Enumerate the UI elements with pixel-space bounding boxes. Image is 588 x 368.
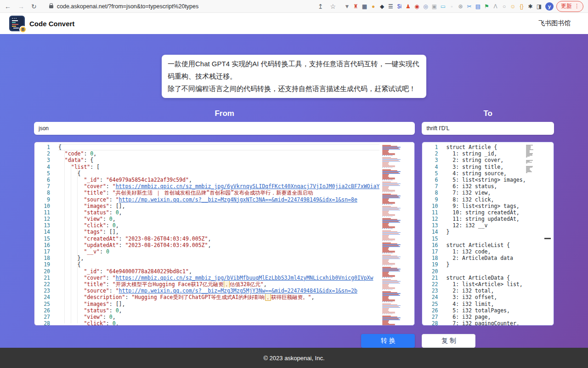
v-logo-extension-icon[interactable]: ▼ [343,4,351,9]
code-line: 18 2: ArticleData data [422,255,554,261]
code-line: 25 "images": [], [34,301,414,307]
search-extension-icon[interactable]: ◎ [421,4,430,9]
code-line: 14} [422,229,554,235]
share-icon[interactable]: ↥ [318,3,323,10]
braces-extension-icon[interactable]: {} [517,4,526,9]
code-line: 27 "view": 0, [34,314,414,320]
code-line: 19} [422,261,554,268]
code-line: 21struct ArticleData { [422,275,554,281]
to-column: To 1struct Article {2 1: string _id,3 2:… [422,98,554,348]
description-card: 一款使用Chat GPT4 实现的AI 代码转换工具，支持任意语言代码互转，一键… [162,55,426,98]
code-line: 10 9: list<string> tags, [422,203,554,209]
reload-icon[interactable]: ↻ [31,3,37,10]
code-line: 23 2: i32 total, [422,288,554,294]
from-language-input[interactable] [34,122,415,135]
code-line: 10 "images": [], [34,203,414,209]
code-line: 20 [422,268,554,275]
red-tower-extension-icon[interactable]: ♜ [351,4,360,9]
from-column: From 1{2 "code": 0,3 "data": {4 "list": … [34,98,415,348]
code-line: 11 "status": 0, [34,209,414,216]
code-line: 17 "__v": 0 [34,248,414,255]
gear-extension-icon[interactable]: ⊛ [456,4,465,9]
nav-link-feishu-library[interactable]: 飞书图书馆 [538,19,571,28]
recorder-extension-icon[interactable]: ◉ [413,4,421,9]
smiley-extension-icon[interactable]: ☺ [509,4,517,9]
source-editor-minimap[interactable] [379,142,414,325]
convert-button[interactable]: 转 换 [361,334,415,348]
inactive-extension-icon[interactable]: ▫ [447,4,456,9]
converter-columns: From 1{2 "code": 0,3 "data": {4 "list": … [34,98,554,348]
code-line: 17 1: i32 code, [422,248,554,255]
result-code-editor[interactable]: 1struct Article {2 1: string _id,3 2: st… [422,142,554,326]
update-button[interactable]: 更新 ⋮ [556,1,583,12]
to-language-input[interactable] [422,122,554,135]
shield-extension-icon[interactable]: ◆ [378,4,386,9]
forward-icon[interactable]: → [18,3,24,10]
site-header: B Code Convert 飞书图书馆 [0,13,588,34]
code-line: 9 8: i32 click, [422,196,554,203]
copy-button[interactable]: 复 制 [422,334,475,348]
scissors-extension-icon[interactable]: ✂ [465,4,474,9]
result-editor-minimap[interactable] [526,145,543,176]
back-icon[interactable]: ← [5,3,11,10]
source-code-editor[interactable]: 1{2 "code": 0,3 "data": {4 "list": [5 {6… [34,142,415,326]
extension-icons: ▼♜▦●◆☰$i♟◉◎▣▭▫⊛✂▤⚑Λ○☺{}✱◨ [343,4,543,9]
update-button-label: 更新 [561,2,572,10]
overview-ruler-cursor [544,238,551,239]
site-footer: © 2023 askopenai, Inc. [0,348,588,368]
browser-toolbar: ← → ↻ code.askopenai.net/?from=json&to=t… [0,0,588,13]
code-line: 15 [422,236,554,242]
code-line: 4 "list": [ [34,164,414,170]
code-line: 20 "_id": "64e94000778a2840229bd8c1", [34,268,414,275]
description-line1: 一款使用Chat GPT4 实现的AI 代码转换工具，支持任意语言代码互转，一键… [168,58,420,82]
code-line: 12 11: string updatedAt, [422,216,554,222]
code-line: 3 "data": { [34,157,414,163]
browser-menu-icon[interactable]: ⋮ [574,3,580,9]
mouse-extension-icon[interactable]: ○ [500,4,509,9]
ssl-lock-icon [49,5,53,8]
code-line: 8 "title": "共创美好新生活 ｜ 首创城发租住品牌“首创和园”发布会成… [34,190,414,196]
copyright-text: © 2023 askopenai, Inc. [263,355,324,362]
url-bar[interactable]: code.askopenai.net/?from=json&to=typescr… [57,3,199,10]
code-line: 11 10: string createdAt, [422,209,554,216]
caliper-extension-icon[interactable]: Λ [491,4,500,9]
source-code-lines: 1{2 "code": 0,3 "data": {4 "list": [5 {6… [34,144,414,326]
card-menu-extension-icon[interactable]: ☰ [386,4,395,9]
app-logo-badge: B [19,26,27,33]
video-camera-extension-icon[interactable]: ▭ [439,4,447,9]
main-content: 一款使用Chat GPT4 实现的AI 代码转换工具，支持任意语言代码互转，一键… [0,34,588,348]
reading-mode-extension-icon[interactable]: ◨ [535,4,543,9]
flag-extension-icon[interactable]: ⚑ [482,4,491,9]
si-extension-icon[interactable]: $i [395,4,404,9]
code-line: 1{ [34,144,414,150]
code-line: 13 "click": 0, [34,222,414,229]
code-line: 8 7: i32 view, [422,190,554,196]
profile-avatar[interactable]: y [545,2,554,11]
code-line: 26 "status": 0, [34,307,414,314]
to-label: To [422,109,554,118]
screenshot-extension-icon[interactable]: ▣ [430,4,439,9]
code-line: 23 "source": "http://mp.weixin.qq.com/s?… [34,288,414,294]
code-line: 26 5: i32 totalPages, [422,307,554,314]
code-line: 7 6: i32 status, [422,183,554,190]
code-line: 13 12: i32 __v [422,222,554,229]
code-line: 6 5: list<string> images, [422,177,554,183]
code-line: 24 "description": "Hugging Face受到了ChatGP… [34,294,414,300]
cookie-extension-icon[interactable]: ● [369,4,378,9]
code-line: 28 7: i32 pagingCounter, [422,320,554,326]
description-line2: 除了不同编程语言之间的代码转换，还支持自然语言描述生成代码，赶紧试试吧！ [168,82,420,95]
code-line: 18 }, [34,255,414,261]
code-line: 27 6: i32 page, [422,314,554,320]
paw-extension-icon[interactable]: ✱ [526,4,535,9]
pixel-grid-extension-icon[interactable]: ▦ [360,4,369,9]
lighthouse-extension-icon[interactable]: ♟ [404,4,413,9]
code-line: 9 "source": "http://mp.weixin.qq.com/s?_… [34,196,414,203]
app-title: Code Convert [29,20,74,28]
code-line: 14 "tags": [], [34,229,414,235]
code-line: 16struct ArticleList { [422,242,554,248]
app-logo-icon: B [9,16,25,31]
code-line: 6 "_id": "64e979a5854c1a22af39c59d", [34,177,414,183]
notebook-extension-icon[interactable]: ▤ [474,4,482,9]
code-line: 28 "click": 0, [34,320,414,326]
bookmark-star-icon[interactable]: ☆ [330,3,336,10]
